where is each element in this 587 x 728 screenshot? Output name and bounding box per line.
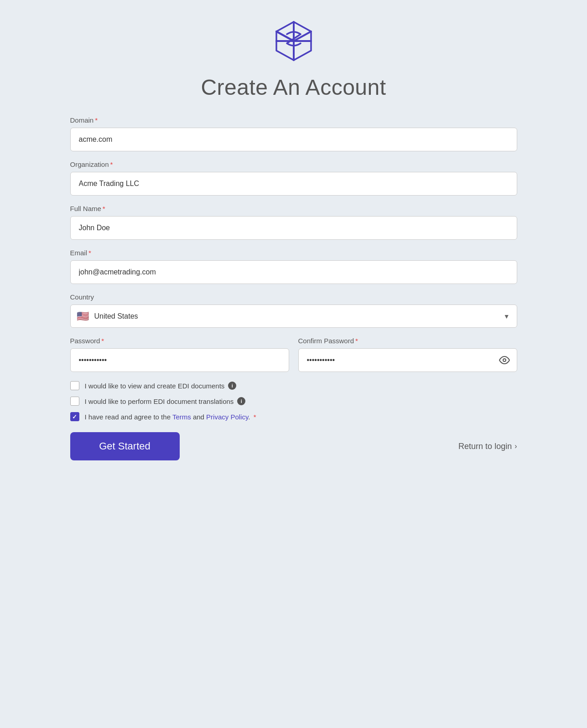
form-footer: Get Started Return to login › bbox=[70, 432, 517, 460]
edi-view-info-icon[interactable]: i bbox=[228, 382, 236, 390]
domain-input[interactable] bbox=[70, 128, 517, 151]
email-input[interactable] bbox=[70, 260, 517, 284]
edi-view-label: I would like to view and create EDI docu… bbox=[85, 382, 237, 390]
password-group: Password* bbox=[70, 337, 289, 372]
terms-label: I have read and agree to the Terms and P… bbox=[85, 413, 256, 421]
terms-required: * bbox=[254, 413, 256, 421]
fullname-group: Full Name* bbox=[70, 205, 517, 240]
country-label: Country bbox=[70, 293, 517, 301]
email-group: Email* bbox=[70, 249, 517, 284]
fullname-label: Full Name* bbox=[70, 205, 517, 212]
organization-required: * bbox=[110, 160, 113, 168]
page-title: Create An Account bbox=[201, 75, 386, 100]
password-input-wrapper bbox=[70, 348, 289, 372]
edi-translate-info-icon[interactable]: i bbox=[237, 397, 245, 405]
logo-container bbox=[271, 18, 317, 66]
password-required: * bbox=[101, 337, 104, 345]
domain-group: Domain* bbox=[70, 116, 517, 151]
return-to-login-link[interactable]: Return to login › bbox=[458, 442, 517, 451]
edi-translate-row: I would like to perform EDI document tra… bbox=[70, 397, 517, 406]
password-row: Password* Confirm Password* bbox=[70, 337, 517, 372]
country-select-wrapper: 🇺🇸 United States United Kingdom Canada A… bbox=[70, 305, 517, 328]
confirm-password-label: Confirm Password* bbox=[298, 337, 517, 345]
fullname-input[interactable] bbox=[70, 216, 517, 240]
domain-required: * bbox=[95, 116, 98, 124]
chevron-right-icon: › bbox=[514, 442, 517, 450]
eye-icon bbox=[499, 355, 510, 366]
terms-link[interactable]: Terms bbox=[172, 413, 191, 421]
edi-translate-label: I would like to perform EDI document tra… bbox=[85, 397, 246, 405]
edi-translate-checkbox[interactable] bbox=[70, 397, 79, 406]
country-select[interactable]: United States United Kingdom Canada Aust… bbox=[70, 305, 517, 328]
svg-point-7 bbox=[503, 359, 506, 361]
privacy-policy-link[interactable]: Privacy Policy bbox=[206, 413, 248, 421]
page-container: Create An Account Domain* Organization* … bbox=[70, 18, 517, 460]
organization-input[interactable] bbox=[70, 172, 517, 196]
app-logo bbox=[271, 18, 317, 64]
fullname-required: * bbox=[103, 205, 105, 212]
organization-label: Organization* bbox=[70, 160, 517, 168]
organization-group: Organization* bbox=[70, 160, 517, 196]
password-input[interactable] bbox=[70, 348, 289, 372]
domain-label: Domain* bbox=[70, 116, 517, 124]
country-group: Country 🇺🇸 United States United Kingdom … bbox=[70, 293, 517, 328]
toggle-password-visibility-button[interactable] bbox=[497, 353, 512, 367]
password-label: Password* bbox=[70, 337, 289, 345]
terms-checkbox[interactable] bbox=[70, 412, 79, 421]
get-started-button[interactable]: Get Started bbox=[70, 432, 180, 460]
email-required: * bbox=[88, 249, 91, 257]
registration-form: Domain* Organization* Full Name* Email* bbox=[70, 116, 517, 460]
confirm-password-required: * bbox=[355, 337, 358, 345]
email-label: Email* bbox=[70, 249, 517, 257]
terms-row: I have read and agree to the Terms and P… bbox=[70, 412, 517, 421]
checkboxes-section: I would like to view and create EDI docu… bbox=[70, 381, 517, 421]
confirm-password-input[interactable] bbox=[298, 348, 517, 372]
return-to-login-text: Return to login bbox=[458, 442, 512, 451]
confirm-password-group: Confirm Password* bbox=[298, 337, 517, 372]
edi-view-row: I would like to view and create EDI docu… bbox=[70, 381, 517, 390]
confirm-password-input-wrapper bbox=[298, 348, 517, 372]
edi-view-checkbox[interactable] bbox=[70, 381, 79, 390]
